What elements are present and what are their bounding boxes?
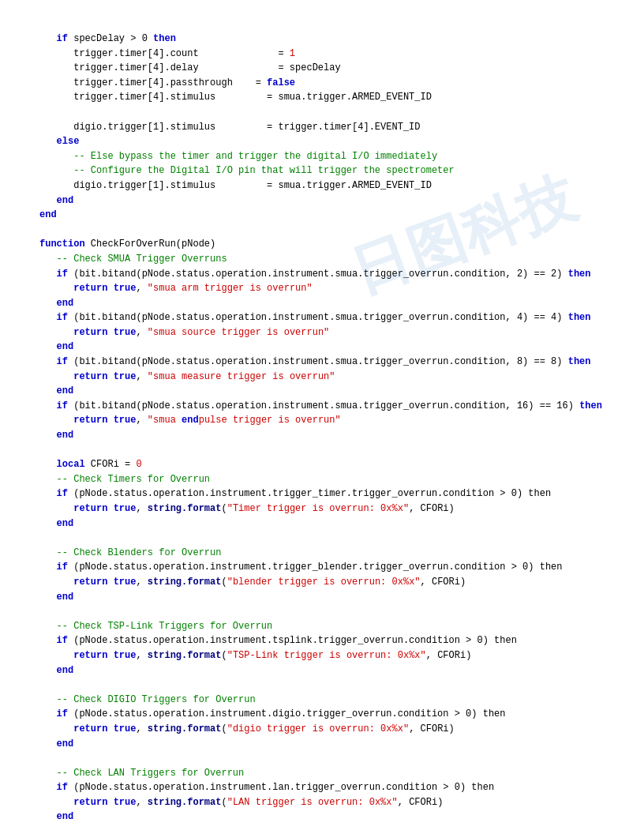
page-container: 日图科技 if specDelay > 0 then trigger.timer… (0, 0, 644, 834)
code-block: if specDelay > 0 then trigger.timer[4].c… (39, 32, 605, 834)
